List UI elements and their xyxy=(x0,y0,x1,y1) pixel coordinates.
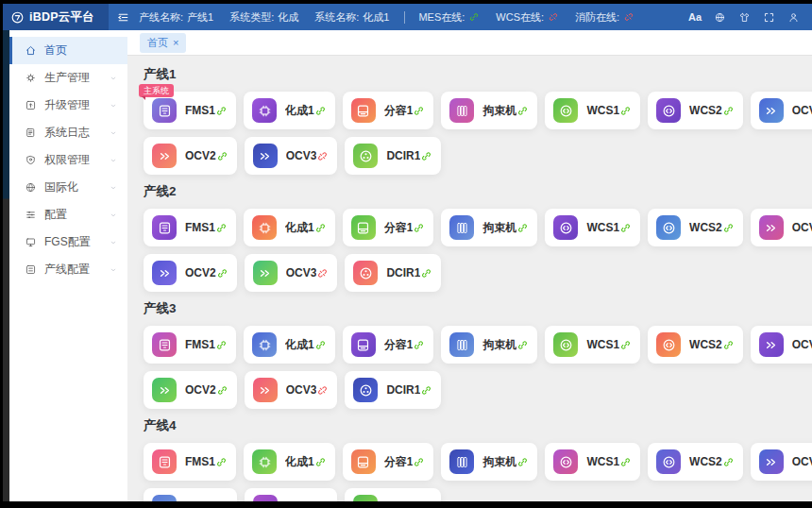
link-online-icon[interactable] xyxy=(619,105,632,117)
link-online-icon[interactable] xyxy=(413,105,425,117)
link-online-icon[interactable] xyxy=(216,267,228,279)
link-online-icon[interactable] xyxy=(413,339,425,351)
system-card-OCV2[interactable]: OCV2 xyxy=(144,371,237,409)
system-card-OCV3[interactable]: OCV3 xyxy=(245,488,338,501)
system-card-OCV3[interactable]: OCV3 xyxy=(245,254,338,292)
link-online-icon[interactable] xyxy=(420,150,432,162)
sidebar-item-FGS配置[interactable]: FGS配置 xyxy=(9,229,127,256)
system-card-WCS1[interactable]: WCS1 xyxy=(545,209,640,246)
system-card-OCV2[interactable]: OCV2 xyxy=(144,254,237,292)
link-online-icon[interactable] xyxy=(314,222,327,234)
system-card-OCV1[interactable]: OCV1 xyxy=(751,326,812,364)
link-online-icon[interactable] xyxy=(722,105,735,117)
link-broken-icon[interactable] xyxy=(316,501,329,502)
system-card-拘束机[interactable]: 拘束机 xyxy=(441,326,537,364)
tab-close-icon[interactable]: × xyxy=(173,38,178,48)
system-card-拘束机[interactable]: 拘束机 xyxy=(441,443,537,481)
link-online-icon[interactable] xyxy=(619,456,632,468)
system-card-FMS1[interactable]: 主系统FMS1 xyxy=(144,92,236,129)
link-online-icon[interactable] xyxy=(516,456,529,468)
link-online-icon[interactable] xyxy=(314,105,327,117)
link-online-icon[interactable] xyxy=(413,222,425,234)
system-card-DCIR1[interactable]: DCIR1 xyxy=(345,371,441,409)
link-online-icon[interactable] xyxy=(420,501,432,502)
sidebar-item-系统日志[interactable]: 系统日志 xyxy=(9,119,127,146)
link-broken-icon[interactable] xyxy=(316,267,329,279)
header-tools: Aa xyxy=(688,11,800,24)
link-online-icon[interactable] xyxy=(215,222,228,234)
link-online-icon[interactable] xyxy=(619,222,632,234)
system-card-分容1[interactable]: 分容1 xyxy=(343,92,434,129)
sidebar-item-配置[interactable]: 配置 xyxy=(9,201,127,229)
link-online-icon[interactable] xyxy=(314,456,327,468)
card-label: FMS1 xyxy=(185,221,215,234)
theme-icon[interactable] xyxy=(738,11,751,24)
card-label: 拘束机 xyxy=(482,454,516,470)
system-card-OCV3[interactable]: OCV3 xyxy=(245,371,338,409)
system-card-WCS2[interactable]: WCS2 xyxy=(648,443,743,481)
system-card-DCIR1[interactable]: DCIR1 xyxy=(345,137,441,175)
system-card-化成1[interactable]: 化成1 xyxy=(244,92,335,129)
link-online-icon[interactable] xyxy=(215,105,228,117)
link-online-icon[interactable] xyxy=(516,222,529,234)
tab-home[interactable]: 首页 × xyxy=(140,33,186,53)
card-label: 化成1 xyxy=(285,454,314,470)
link-online-icon[interactable] xyxy=(722,339,735,351)
system-card-WCS2[interactable]: WCS2 xyxy=(648,209,743,246)
system-card-FMS1[interactable]: FMS1 xyxy=(144,209,236,246)
system-card-拘束机[interactable]: 拘束机 xyxy=(441,92,537,129)
link-online-icon[interactable] xyxy=(216,150,228,162)
system-card-FMS1[interactable]: FMS1 xyxy=(144,443,236,481)
link-broken-icon[interactable] xyxy=(316,150,329,162)
link-online-icon[interactable] xyxy=(314,339,327,351)
system-card-分容1[interactable]: 分容1 xyxy=(343,209,434,246)
user-icon[interactable] xyxy=(787,11,800,24)
sidebar-item-升级管理[interactable]: 升级管理 xyxy=(9,92,127,119)
link-online-icon[interactable] xyxy=(215,456,228,468)
sidebar-item-权限管理[interactable]: 权限管理 xyxy=(9,146,127,174)
link-online-icon[interactable] xyxy=(413,456,425,468)
link-online-icon[interactable] xyxy=(215,339,228,351)
system-card-OCV3[interactable]: OCV3 xyxy=(245,137,338,175)
sidebar-item-生产管理[interactable]: 生产管理 xyxy=(9,64,127,92)
link-online-icon[interactable] xyxy=(216,501,228,502)
system-card-OCV2[interactable]: OCV2 xyxy=(144,488,237,501)
sidebar-collapse-icon[interactable] xyxy=(117,11,129,24)
link-online-icon[interactable] xyxy=(516,339,529,351)
system-card-化成1[interactable]: 化成1 xyxy=(244,326,335,364)
link-broken-icon[interactable] xyxy=(316,384,329,397)
system-card-OCV2[interactable]: OCV2 xyxy=(144,137,237,175)
link-online-icon[interactable] xyxy=(516,105,529,117)
link-online-icon[interactable] xyxy=(420,267,432,279)
system-card-WCS2[interactable]: WCS2 xyxy=(648,326,743,364)
fms-icon xyxy=(152,98,177,123)
link-online-icon[interactable] xyxy=(722,456,735,468)
system-card-化成1[interactable]: 化成1 xyxy=(244,209,335,246)
system-card-OCV1[interactable]: OCV1 xyxy=(751,443,812,481)
system-card-WCS1[interactable]: WCS1 xyxy=(545,326,640,364)
system-card-WCS2[interactable]: WCS2 xyxy=(648,92,743,129)
system-card-分容1[interactable]: 分容1 xyxy=(343,443,434,481)
system-card-WCS1[interactable]: WCS1 xyxy=(545,92,640,129)
link-online-icon[interactable] xyxy=(619,339,632,351)
system-card-拘束机[interactable]: 拘束机 xyxy=(441,209,537,246)
system-card-DCIR1[interactable]: DCIR1 xyxy=(345,254,441,292)
fullscreen-icon[interactable] xyxy=(763,11,775,24)
link-online-icon[interactable] xyxy=(216,384,228,397)
language-icon[interactable] xyxy=(714,11,726,24)
font-size-icon[interactable]: Aa xyxy=(688,11,702,23)
system-card-化成1[interactable]: 化成1 xyxy=(244,443,335,481)
system-card-DCIR1[interactable]: DCIR1 xyxy=(345,488,441,501)
link-online-icon[interactable] xyxy=(420,384,432,397)
sidebar-item-首页[interactable]: 首页 xyxy=(9,37,127,64)
header-info: 产线名称:产线1系统类型:化成系统名称:化成1 xyxy=(139,10,389,25)
link-online-icon[interactable] xyxy=(722,222,735,234)
system-card-OCV1[interactable]: OCV1 xyxy=(751,92,812,129)
system-card-WCS1[interactable]: WCS1 xyxy=(545,443,640,481)
system-card-FMS1[interactable]: FMS1 xyxy=(144,326,236,364)
system-card-OCV1[interactable]: OCV1 xyxy=(751,209,812,246)
sidebar-item-产线配置[interactable]: 产线配置 xyxy=(9,256,127,283)
card-label: FMS1 xyxy=(185,104,215,117)
sidebar-item-国际化[interactable]: 国际化 xyxy=(9,174,127,201)
system-card-分容1[interactable]: 分容1 xyxy=(343,326,434,364)
